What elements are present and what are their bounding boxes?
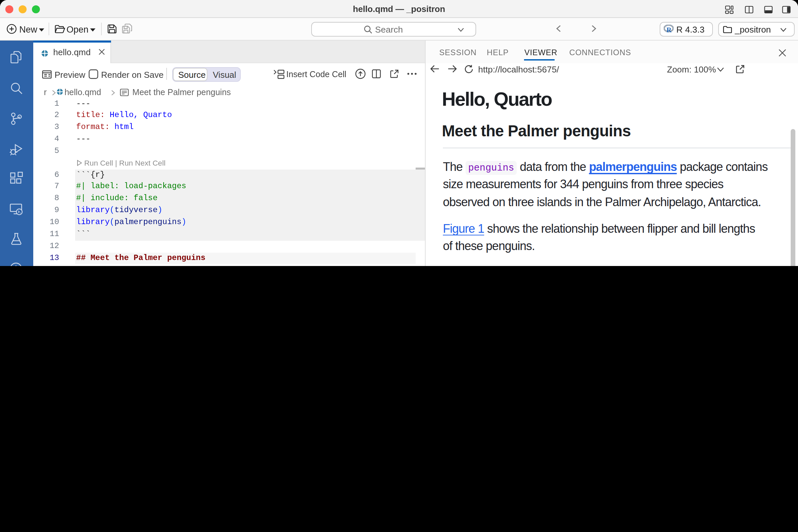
svg-text:R: R <box>666 26 672 33</box>
